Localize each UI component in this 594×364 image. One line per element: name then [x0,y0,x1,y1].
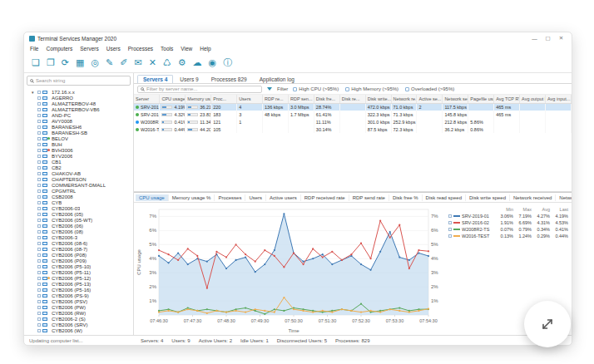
expander-icon[interactable]: ▾ [32,90,36,95]
chart-tab[interactable]: RDP send rate [349,194,389,201]
tree-item[interactable]: CYB2006 (P5-11) [32,269,133,275]
tree-item[interactable]: ▾ 172.16.x.x [32,89,133,95]
tree-item[interactable]: CYB2006 (PW) [32,304,133,310]
column-header[interactable]: Network re... [391,95,417,103]
chart-tab[interactable]: Disk write speed [466,194,510,201]
tree-item[interactable]: CYB2006 (RW) [32,310,133,316]
menu-item[interactable]: Processes [128,46,153,52]
tree-item[interactable]: CHAPTERSON [32,176,133,182]
column-header[interactable]: Memory usage... [186,95,211,103]
disconnect-icon[interactable]: ♺ [163,58,171,67]
tree-item[interactable]: BVH3006 [32,147,133,153]
tree-item[interactable]: CYB2006-3 [32,234,133,240]
checkbox-icon[interactable] [37,91,41,94]
tree-item[interactable]: CYB2006 (PSV) [32,298,133,304]
tree-item[interactable]: AND-PC [32,112,133,118]
cloud-icon[interactable]: ☁ [193,58,202,67]
column-header[interactable]: Disk fre... [314,95,339,103]
checkbox-icon[interactable] [37,137,41,140]
checkbox-icon[interactable] [37,271,41,274]
tree-item[interactable]: CYB2006 (SRV) [32,322,133,327]
tree-item[interactable]: AGERRO [32,95,133,101]
filter-checkbox[interactable]: Overloaded (>95%) [405,86,454,91]
tab[interactable]: Users 9 [174,75,204,83]
filter-checkbox[interactable]: High Memory (>95%) [345,86,398,91]
checkbox-icon[interactable] [37,213,41,216]
column-header[interactable]: Avg input... [546,95,572,103]
tree-item[interactable]: BYV2006 [32,153,133,159]
tree-item[interactable]: AVY0008 [32,118,133,124]
legend-row[interactable]: W2016-TEST 0.13% 1.24% 0.29% 0.44% [448,233,568,239]
close-button[interactable]: ✕ [556,35,567,42]
legend-checkbox[interactable] [448,221,452,224]
tree-item[interactable]: CYB2006 (P5-10) [32,263,133,269]
table-row[interactable]: W2016-TEST 0.44% 44.20% 105 30.14% 87.5 … [134,125,572,133]
legend-row[interactable]: SRV-2019-01 3.06% 7.19% 4.27% 4.19% [448,213,568,219]
checkbox-icon[interactable] [37,125,41,129]
refresh-icon[interactable]: ⟳ [62,58,69,67]
chart-tab[interactable]: Network sent [556,194,572,201]
edit-icon[interactable]: ✎ [106,58,113,67]
legend-checkbox[interactable] [448,214,452,218]
legend-checkbox[interactable] [448,234,452,238]
chart-tab[interactable]: Disk read speed [423,194,466,201]
menu-item[interactable]: View [181,46,192,52]
checkbox-icon[interactable] [37,114,41,117]
checkbox-icon[interactable] [37,166,41,170]
expand-button[interactable] [524,301,571,347]
tree-item[interactable]: CYB [32,199,133,205]
tree-item[interactable]: ALMAZTERBOV-VB6 [32,106,133,112]
computer-list-icon[interactable]: ❐ [47,58,55,67]
menu-item[interactable]: Help [200,46,210,52]
tree-item[interactable]: CYB2006 (P5-13) [32,281,133,287]
add-computer-icon[interactable]: ❏ [32,58,40,67]
processes-icon[interactable]: ⚙ [178,58,186,67]
legend-checkbox[interactable] [448,228,452,231]
column-header[interactable]: Disk re... [339,95,365,103]
tree-item[interactable]: CYB2006 (05) [32,211,133,217]
checkbox-icon[interactable] [37,195,41,199]
maximize-button[interactable]: ▢ [542,35,553,42]
checkbox-icon[interactable] [37,102,41,106]
tree-item[interactable]: CYB2006 (W) [32,327,133,333]
column-header[interactable]: Proc... [211,95,237,103]
column-header[interactable]: RDP sen... [288,95,314,103]
checkbox-icon[interactable] [37,236,41,239]
tab[interactable]: Servers 4 [137,75,173,83]
tree-item[interactable]: BARANESH6 [32,124,133,130]
tree-item[interactable]: COMMERSANT-DMALL [32,182,133,188]
tree-item[interactable]: CYB2006-2 (S) [32,316,133,322]
column-header[interactable]: Disk write... [365,95,391,103]
tree-item[interactable]: CYB2006 (08-7) [32,246,133,252]
menu-item[interactable]: Computers [46,46,72,52]
tree-item[interactable]: CPGMTRL [32,188,133,194]
tree-item[interactable]: CSB2008 [32,194,133,199]
chart-tab[interactable]: Disk free % [389,194,423,201]
search-input[interactable]: Search string [27,76,131,86]
checkbox-icon[interactable] [37,149,41,152]
tree-item[interactable]: CYB2006 (P09) [32,258,133,263]
tab[interactable]: Processes 829 [205,75,253,83]
tree-item[interactable]: CYB2006 (08) [32,229,133,234]
checkbox-icon[interactable] [37,96,41,100]
column-header[interactable]: Pagefile usage... [468,95,494,103]
remote-desktop-icon[interactable]: ▦ [76,58,84,67]
tree-item[interactable]: CYB2006-03 [32,205,133,211]
menu-item[interactable]: Users [106,46,121,52]
column-header[interactable]: RDP re... [263,95,289,103]
checkbox-icon[interactable] [37,317,41,321]
checkbox-icon[interactable] [37,323,41,327]
checkbox-icon[interactable] [37,253,41,257]
checkbox-icon[interactable] [37,189,41,193]
checkbox-icon[interactable] [37,294,41,298]
checkbox-icon[interactable] [37,160,41,164]
checkbox-icon[interactable] [37,155,41,158]
checkbox-icon[interactable] [37,108,41,111]
chart-tab[interactable]: Active users [266,194,301,201]
tree-item[interactable]: BARANESH-SB [32,130,133,135]
checkbox-icon[interactable] [37,300,41,303]
table-row[interactable]: W2008R2-TS 0.41% 11.34% 121 1 11.11% 301… [134,118,572,125]
checkbox-icon[interactable] [37,329,41,332]
tree-item[interactable]: CYB2006 (P08) [32,252,133,258]
checkbox-icon[interactable] [37,259,41,263]
